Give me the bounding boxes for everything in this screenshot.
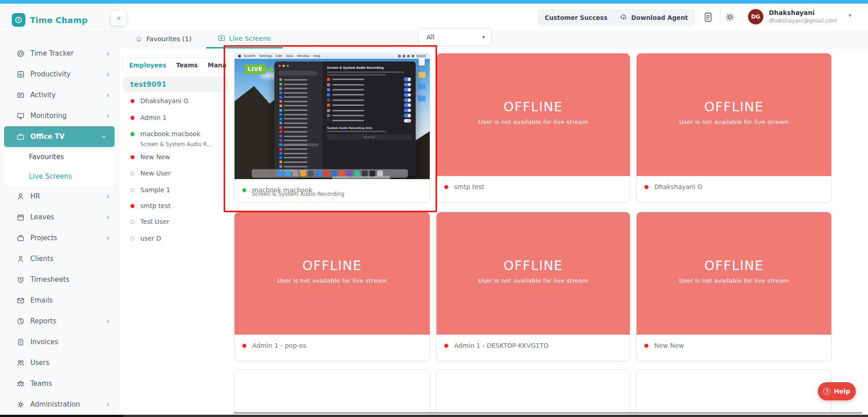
status-dot-offline bbox=[130, 155, 134, 159]
offline-message: User is not available for live stream bbox=[637, 277, 831, 284]
user-list-item[interactable]: macbook macbook bbox=[130, 129, 201, 138]
offline-message: User is not available for live stream bbox=[235, 277, 430, 284]
download-agent-button[interactable]: Download Agent bbox=[613, 9, 695, 26]
document-icon[interactable] bbox=[703, 12, 714, 23]
sidebar-item-projects[interactable]: Projects› bbox=[0, 227, 119, 248]
tab-favourites[interactable]: ☆ Favourites (1) bbox=[135, 34, 192, 43]
offline-message: User is not available for live stream bbox=[637, 118, 831, 125]
activity-icon bbox=[16, 91, 25, 100]
settings-gear-icon[interactable] bbox=[724, 12, 735, 23]
settings-sidebar bbox=[274, 62, 322, 176]
offline-card[interactable]: OFFLINE User is not available for live s… bbox=[436, 212, 630, 361]
user-list-item[interactable]: Sample 1 bbox=[130, 185, 170, 194]
question-mark-icon: ? bbox=[823, 388, 830, 395]
user-list-item[interactable]: New User bbox=[130, 169, 171, 178]
app-logo[interactable]: Time Champ bbox=[12, 10, 88, 30]
offline-message: User is not available for live stream bbox=[436, 277, 630, 284]
offline-card[interactable]: OFFLINE User is not available for live s… bbox=[234, 212, 430, 361]
user-list-item[interactable]: Dhakshayani G bbox=[130, 96, 188, 105]
card-caption: Admin 1 - DESKTOP-KKVG1TO bbox=[436, 335, 630, 349]
cloud-download-icon bbox=[620, 14, 628, 21]
sidebar-item-invoices[interactable]: Invoices bbox=[0, 332, 119, 352]
filter-dropdown[interactable]: All ▾ bbox=[418, 28, 492, 46]
offline-heading: OFFLINE bbox=[235, 258, 430, 273]
group-header[interactable]: test9091 bbox=[123, 76, 228, 92]
chevron-right-icon: › bbox=[106, 91, 110, 99]
user-list-item[interactable]: Test User bbox=[130, 217, 169, 226]
envelope-icon bbox=[16, 296, 25, 305]
sidebar-subitem-favourites[interactable]: Favourites bbox=[4, 147, 115, 166]
sidebar-item-administration[interactable]: Administration› bbox=[0, 394, 119, 415]
panel-tab-managers[interactable]: Managers bbox=[208, 62, 226, 69]
sidebar-subitem-live-screens[interactable]: Live Screens bbox=[4, 166, 115, 186]
empty-card[interactable] bbox=[436, 370, 630, 413]
system-settings-window: Screen & System Audio Recording System A… bbox=[274, 62, 416, 176]
user-activity-label: Screen & System Audio R... bbox=[140, 141, 211, 147]
sidebar-item-office-tv[interactable]: Office TV› bbox=[4, 126, 115, 147]
card-caption: Admin 1 - pop-os bbox=[235, 335, 430, 349]
sidebar-item-productivity[interactable]: Productivity› bbox=[0, 64, 119, 85]
user-list-item[interactable]: user D bbox=[130, 234, 161, 243]
empty-list-label: No items bbox=[327, 134, 411, 140]
horizontal-scrollbar-thumb[interactable] bbox=[233, 412, 863, 414]
sidebar-item-emails[interactable]: Emails bbox=[0, 290, 119, 311]
sidebar-item-hr[interactable]: HR› bbox=[0, 186, 119, 207]
tab-live-screens[interactable]: Live Screens bbox=[218, 34, 271, 42]
help-button[interactable]: ? Help bbox=[818, 382, 856, 400]
time-champ-app: Time Champ Time Tracker› Productivity› A… bbox=[0, 0, 868, 417]
top-accent-strip bbox=[0, 0, 868, 4]
offline-zone: OFFLINE User is not available for live s… bbox=[235, 212, 430, 335]
chevron-right-icon: › bbox=[106, 213, 110, 221]
sidebar-item-monitoring[interactable]: Monitoring› bbox=[0, 105, 119, 126]
window-traffic-lights bbox=[278, 65, 289, 67]
user-list-item[interactable]: Admin 1 bbox=[130, 113, 167, 122]
sidebar-collapse-button[interactable]: « bbox=[111, 11, 126, 25]
live-screen-card[interactable]: System Settings Edit View Window Help LI… bbox=[234, 53, 430, 203]
toggle-on bbox=[404, 103, 411, 107]
settings-section-title: System Audio Recording Only bbox=[327, 126, 411, 129]
bottom-bar bbox=[0, 415, 868, 417]
briefcase-icon bbox=[16, 234, 25, 242]
offline-zone: OFFLINE User is not available for live s… bbox=[436, 212, 630, 335]
settings-detail-pane: Screen & System Audio Recording System A… bbox=[322, 62, 416, 176]
user-list-item[interactable]: smtp test bbox=[130, 201, 171, 210]
panel-tab-teams[interactable]: Teams bbox=[176, 62, 198, 69]
chevron-right-icon: › bbox=[106, 234, 110, 242]
user-email: dhakshayani@gmail.com bbox=[769, 18, 837, 24]
offline-card[interactable]: OFFLINE User is not available for live s… bbox=[636, 212, 832, 361]
chevron-down-icon: › bbox=[100, 135, 108, 138]
mac-dock bbox=[252, 169, 408, 178]
empty-card[interactable] bbox=[234, 370, 430, 413]
panel-tabs: Employees Teams Managers bbox=[122, 57, 226, 72]
person-icon bbox=[16, 192, 25, 201]
bottom-bar-dark-segment bbox=[0, 415, 123, 417]
sidebar-item-activity[interactable]: Activity› bbox=[0, 85, 119, 105]
sidebar-item-teams[interactable]: Teams bbox=[0, 373, 119, 394]
user-avatar[interactable]: DG bbox=[748, 9, 763, 24]
apple-icon bbox=[238, 55, 241, 57]
empty-card[interactable] bbox=[636, 370, 832, 413]
active-tab-underline bbox=[206, 47, 283, 48]
sidebar-item-time-tracker[interactable]: Time Tracker› bbox=[0, 43, 119, 64]
toggle-on bbox=[404, 114, 411, 118]
clock-logo-icon bbox=[12, 13, 25, 27]
offline-zone: OFFLINE User is not available for live s… bbox=[637, 53, 831, 176]
alarm-clock-icon bbox=[16, 275, 25, 284]
user-menu-caret-icon[interactable]: ▾ bbox=[849, 12, 851, 19]
chevron-right-icon: › bbox=[106, 50, 110, 57]
team-icon bbox=[16, 379, 25, 388]
pie-chart-icon bbox=[16, 317, 25, 326]
card-caption: Dhakshayani G bbox=[637, 176, 831, 190]
sidebar-item-leaves[interactable]: Leaves› bbox=[0, 207, 119, 227]
panel-tab-employees[interactable]: Employees bbox=[129, 62, 166, 69]
sidebar-item-clients[interactable]: Clients bbox=[0, 248, 119, 269]
invoice-icon bbox=[16, 338, 25, 346]
sidebar-item-users[interactable]: Users bbox=[0, 352, 119, 373]
customer-success-button[interactable]: Customer Success bbox=[537, 9, 614, 26]
offline-card[interactable]: OFFLINE User is not available for live s… bbox=[436, 53, 630, 203]
offline-card[interactable]: OFFLINE User is not available for live s… bbox=[636, 53, 832, 203]
user-list-item[interactable]: New New bbox=[130, 152, 170, 161]
sidebar-item-reports[interactable]: Reports› bbox=[0, 311, 119, 332]
sidebar-item-timesheets[interactable]: Timesheets bbox=[0, 269, 119, 290]
gear-icon bbox=[16, 400, 25, 409]
